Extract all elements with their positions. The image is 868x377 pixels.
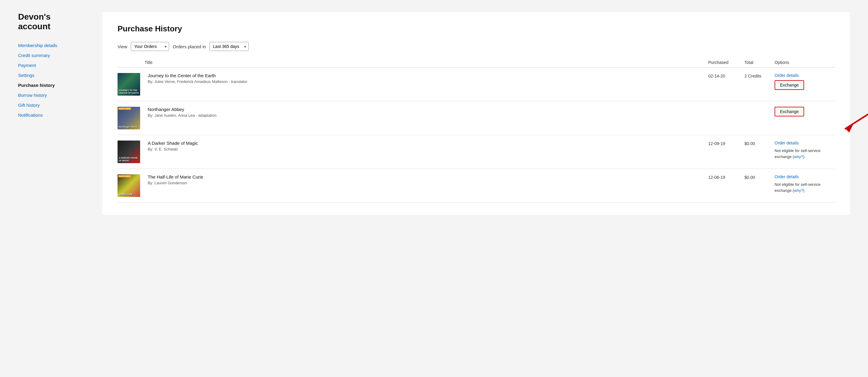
options-darker: Order details Not eligible for self-serv… — [775, 141, 835, 160]
total-journey: 2 Credits — [744, 73, 775, 79]
total-northanger — [744, 107, 775, 107]
purchased-date-marie: 12-06-19 — [708, 174, 744, 180]
col-header-total: Total — [744, 60, 775, 65]
table-row: JOURNEY TO THE CENTER OF EARTH Journey t… — [118, 67, 835, 102]
purchased-date-darker: 12-09-19 — [708, 141, 744, 146]
table-row: audible original MARIE CURIE The Half-Li… — [118, 169, 835, 203]
purchased-date-northanger — [708, 107, 744, 107]
sidebar-item-notifications[interactable]: Notifications — [18, 110, 84, 120]
order-details-link-journey[interactable]: Order details — [775, 73, 835, 78]
why-link-marie[interactable]: why? — [794, 188, 803, 193]
not-eligible-marie: Not eligible for self-service exchange (… — [775, 181, 835, 193]
book-title-journey: Journey to the Center of the Earth — [148, 73, 708, 78]
table-row: A DARKER SHADE OF MAGIC A Darker Shade o… — [118, 135, 835, 169]
view-label: View — [118, 44, 127, 49]
sidebar-item-payment[interactable]: Payment — [18, 60, 84, 70]
order-details-link-marie[interactable]: Order details — [775, 174, 835, 179]
time-select[interactable]: Last 30 days Last 60 days Last 90 days L… — [210, 42, 249, 51]
options-marie: Order details Not eligible for self-serv… — [775, 174, 835, 193]
exchange-button-journey[interactable]: Exchange — [775, 80, 804, 90]
sidebar: Devon's account Membership details Credi… — [18, 12, 84, 365]
book-author-marie: By: Lauren Gunderson — [148, 181, 708, 185]
audible-badge-marie: audible original — [118, 175, 131, 177]
book-info-marie: The Half-Life of Marie Curie By: Lauren … — [145, 174, 708, 185]
book-info-darker: A Darker Shade of Magic By: V. E. Schwab — [145, 141, 708, 151]
book-title-darker: A Darker Shade of Magic — [148, 141, 708, 146]
cover-text-northanger: Northanger Abbey — [119, 126, 139, 128]
main-content: Purchase History View Your Orders Gifted… — [102, 12, 850, 215]
col-header-options: Options — [775, 60, 835, 65]
total-marie: $0.00 — [744, 174, 775, 180]
account-title: Devon's account — [18, 12, 84, 31]
book-cover-darker: A DARKER SHADE OF MAGIC — [118, 141, 140, 163]
book-author-journey: By: Jules Verne, Frederick Amadeus Malle… — [148, 79, 708, 84]
sidebar-item-purchase-history[interactable]: Purchase history — [18, 80, 84, 90]
exchange-button-northanger[interactable]: Exchange — [775, 107, 804, 116]
book-author-northanger: By: Jane Austen, Anna Lea - adaptation — [148, 113, 708, 118]
sidebar-item-credit-summary[interactable]: Credit summary — [18, 50, 84, 60]
col-header-purchased: Purchased — [708, 60, 744, 65]
sidebar-item-settings[interactable]: Settings — [18, 70, 84, 80]
cover-text-journey: JOURNEY TO THE CENTER OF EARTH — [119, 89, 139, 94]
cover-text-darker: A DARKER SHADE OF MAGIC — [119, 157, 139, 162]
time-select-wrapper: Last 30 days Last 60 days Last 90 days L… — [210, 42, 249, 51]
book-author-darker: By: V. E. Schwab — [148, 147, 708, 151]
book-cover-journey: JOURNEY TO THE CENTER OF EARTH — [118, 73, 140, 96]
book-cover-marie: audible original MARIE CURIE — [118, 174, 140, 197]
sidebar-nav: Membership details Credit summary Paymen… — [18, 40, 84, 120]
options-journey: Order details Exchange — [775, 73, 835, 90]
col-header-title: Title — [145, 60, 708, 65]
sidebar-item-membership-details[interactable]: Membership details — [18, 40, 84, 50]
table-row: audible original Northanger Abbey Northa… — [118, 102, 835, 135]
purchased-date-journey: 02-14-20 — [708, 73, 744, 79]
filters-row: View Your Orders Gifted Orders Orders pl… — [118, 42, 835, 51]
book-cover-northanger: audible original Northanger Abbey — [118, 107, 140, 129]
sidebar-item-borrow-history[interactable]: Borrow history — [18, 90, 84, 100]
view-select[interactable]: Your Orders Gifted Orders — [131, 42, 169, 51]
audible-badge-northanger: audible original — [118, 107, 131, 110]
page-title: Purchase History — [118, 24, 835, 33]
book-info-northanger: Northanger Abbey By: Jane Austen, Anna L… — [145, 107, 708, 118]
orders-placed-label: Orders placed in — [173, 44, 206, 49]
view-select-wrapper: Your Orders Gifted Orders — [131, 42, 169, 51]
order-details-link-darker[interactable]: Order details — [775, 141, 835, 145]
sidebar-item-gift-history[interactable]: Gift history — [18, 100, 84, 110]
book-title-northanger: Northanger Abbey — [148, 107, 708, 112]
book-title-marie: The Half-Life of Marie Curie — [148, 174, 708, 179]
table-header: Title Purchased Total Options — [118, 60, 835, 67]
total-darker: $0.00 — [744, 141, 775, 146]
col-header-image — [118, 60, 145, 65]
why-link-darker[interactable]: why? — [794, 154, 803, 159]
options-northanger: Exchange — [775, 107, 835, 116]
cover-text-marie: MARIE CURIE — [119, 193, 139, 196]
not-eligible-darker: Not eligible for self-service exchange (… — [775, 148, 835, 160]
book-info-journey: Journey to the Center of the Earth By: J… — [145, 73, 708, 84]
